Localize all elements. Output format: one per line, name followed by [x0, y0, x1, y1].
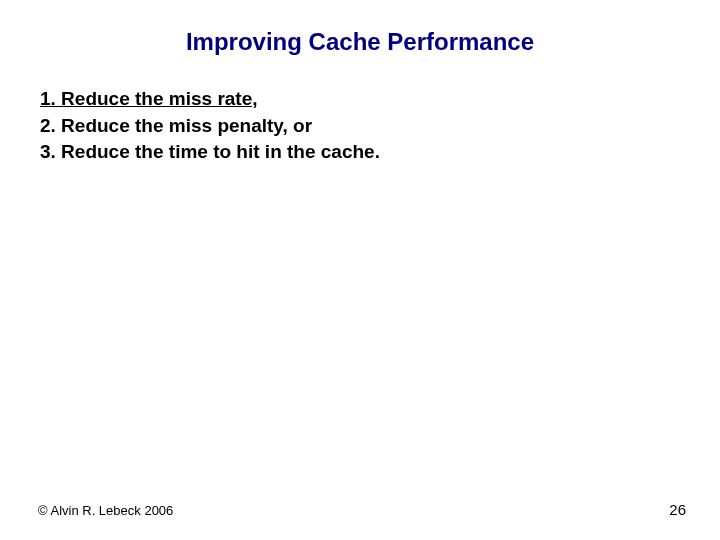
list-item: 1. Reduce the miss rate, [40, 86, 680, 113]
slide-body: 1. Reduce the miss rate, 2. Reduce the m… [40, 86, 680, 166]
slide-title: Improving Cache Performance [0, 28, 720, 56]
list-item: 2. Reduce the miss penalty, or [40, 113, 680, 140]
page-number: 26 [669, 501, 686, 518]
list-item: 3. Reduce the time to hit in the cache. [40, 139, 680, 166]
copyright-text: © Alvin R. Lebeck 2006 [38, 503, 173, 518]
slide: Improving Cache Performance 1. Reduce th… [0, 0, 720, 540]
